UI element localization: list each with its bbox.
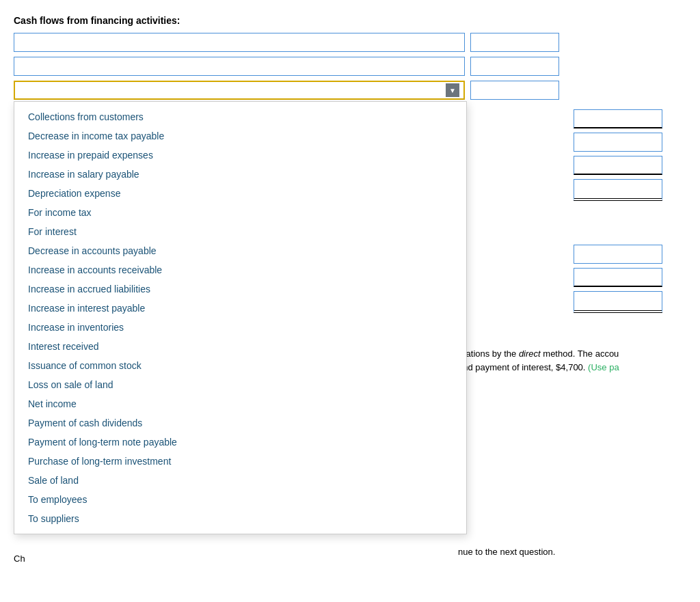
dropdown-arrow-icon[interactable]: ▼ bbox=[446, 83, 459, 97]
dropdown-item[interactable]: Increase in inventories bbox=[14, 318, 466, 337]
dropdown-item[interactable]: Issuance of common stock bbox=[14, 356, 466, 375]
dropdown-item[interactable]: For income tax bbox=[14, 203, 466, 222]
right-input-7[interactable] bbox=[574, 291, 662, 313]
right-input-2[interactable] bbox=[574, 133, 662, 152]
dropdown-item[interactable]: Payment of cash dividends bbox=[14, 413, 466, 433]
financing-row-3-amount[interactable] bbox=[470, 81, 559, 100]
right-input-5[interactable] bbox=[574, 245, 662, 264]
bottom-right-label: nue to the next question. bbox=[458, 547, 555, 557]
right-input-6[interactable] bbox=[574, 268, 662, 287]
text-italic-word: direct bbox=[519, 348, 541, 359]
financing-row-2 bbox=[14, 57, 559, 76]
dropdown-item[interactable]: Interest received bbox=[14, 337, 466, 356]
dropdown-item[interactable]: To employees bbox=[14, 490, 466, 509]
dropdown-item[interactable]: Depreciation expense bbox=[14, 184, 466, 203]
financing-row-3: ▼ bbox=[14, 81, 559, 100]
right-input-group-2 bbox=[574, 245, 662, 313]
dropdown-item[interactable]: Decrease in income tax payable bbox=[14, 126, 466, 146]
financing-row-1-description[interactable] bbox=[14, 33, 465, 52]
dropdown-item[interactable]: Net income bbox=[14, 394, 466, 413]
financing-row-2-description[interactable] bbox=[14, 57, 465, 76]
text-green: (Use pa bbox=[588, 362, 619, 372]
text-prefix: erations by the bbox=[458, 348, 519, 359]
financing-row-1 bbox=[14, 33, 559, 52]
text-suffix: method. The accou bbox=[541, 348, 619, 359]
right-input-group-1 bbox=[574, 109, 662, 201]
dropdown-item[interactable]: Loss on sale of land bbox=[14, 375, 466, 394]
dropdown-item[interactable]: Increase in interest payable bbox=[14, 299, 466, 318]
financing-row-1-amount[interactable] bbox=[470, 33, 559, 52]
dropdown-item[interactable]: Purchase of long-term investment bbox=[14, 452, 466, 471]
dropdown-menu: Collections from customers Decrease in i… bbox=[14, 101, 467, 534]
dropdown-item[interactable]: For interest bbox=[14, 222, 466, 241]
bottom-left-label: Ch bbox=[14, 553, 25, 564]
right-input-3[interactable] bbox=[574, 156, 662, 175]
dropdown-item[interactable]: Increase in prepaid expenses bbox=[14, 146, 466, 165]
financing-row-2-amount[interactable] bbox=[470, 57, 559, 76]
right-text-block: erations by the direct method. The accou… bbox=[458, 347, 697, 374]
dropdown-item[interactable]: Increase in salary payable bbox=[14, 165, 466, 184]
right-input-1[interactable] bbox=[574, 109, 662, 128]
right-input-4[interactable] bbox=[574, 179, 662, 201]
dropdown-item[interactable]: Sale of land bbox=[14, 471, 466, 490]
page-title: Cash flows from financing activities: bbox=[14, 15, 180, 26]
dropdown-item[interactable]: To suppliers bbox=[14, 509, 466, 528]
dropdown-item[interactable]: Decrease in accounts payable bbox=[14, 241, 466, 260]
dropdown-item[interactable]: Payment of long-term note payable bbox=[14, 433, 466, 452]
dropdown-item[interactable]: Increase in accounts receivable bbox=[14, 260, 466, 279]
dropdown-item[interactable]: Increase in accrued liabilities bbox=[14, 279, 466, 299]
text-second-line: and payment of interest, $4,700. bbox=[458, 362, 585, 372]
dropdown-trigger[interactable]: ▼ bbox=[14, 81, 465, 100]
dropdown-item[interactable]: Collections from customers bbox=[14, 107, 466, 126]
